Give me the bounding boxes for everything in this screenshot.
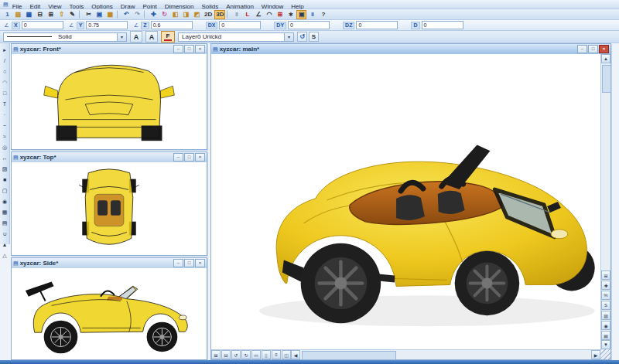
minimize-button[interactable]: – <box>173 259 183 267</box>
separator[interactable] <box>144 10 147 19</box>
angle-icon[interactable]: ∠ <box>253 10 263 19</box>
minimize-button[interactable]: – <box>577 45 587 53</box>
close-button[interactable]: × <box>195 153 205 162</box>
scroll-down-button[interactable]: ▼ <box>601 340 610 349</box>
viewport-top-titlebar[interactable]: ▤ xyzcar: Top* – □ × <box>12 152 207 163</box>
chevron-down-icon[interactable]: ▾ <box>284 33 293 41</box>
spin-view-icon[interactable]: S <box>601 301 610 310</box>
hatch-tool-icon[interactable]: ▨ <box>0 164 10 174</box>
maximize-button[interactable]: □ <box>184 259 194 267</box>
vp-cols-icon[interactable]: ◫ <box>282 350 291 359</box>
circle-tool-icon[interactable]: ○ <box>0 66 10 77</box>
vp-list-icon[interactable]: ≡ <box>272 350 281 359</box>
grid-icon[interactable]: ⊞ <box>275 10 285 19</box>
erase-tool-icon[interactable]: ▢ <box>0 185 10 196</box>
viewport-main-titlebar[interactable]: ▤ xyzcar: main* – □ × <box>211 44 610 55</box>
pan-view-icon[interactable]: ✚ <box>601 281 610 290</box>
dimension-tool-icon[interactable]: ↔ <box>0 153 10 163</box>
line-style-dropdown[interactable]: Solid ▾ <box>3 32 127 42</box>
text-tool-icon[interactable]: T <box>0 99 10 109</box>
coord-input[interactable]: 0.75 <box>86 21 128 29</box>
vp-pane-icon[interactable]: ▭ <box>251 350 261 359</box>
mode-3d-button[interactable]: 3D <box>214 10 225 19</box>
separator[interactable] <box>79 10 82 19</box>
separator[interactable] <box>227 10 230 19</box>
viewport-front-titlebar[interactable]: ▤ xyzcar: Front* – □ × <box>12 44 207 55</box>
snap-icon[interactable]: ∗ <box>286 10 296 19</box>
polyline-tool-icon[interactable]: ~ <box>0 121 10 131</box>
close-button[interactable]: × <box>599 45 609 53</box>
main-vertical-scrollbar[interactable]: ▲ ⊞✚%S▨◉▤ ▼ <box>600 54 610 349</box>
shade-view-icon[interactable]: ▨ <box>601 311 610 320</box>
maximize-button[interactable]: □ <box>588 45 598 53</box>
scroll-left-button[interactable]: ◀ <box>291 350 300 359</box>
guides-icon[interactable]: ‖ <box>231 10 241 19</box>
chevron-down-icon[interactable]: ▾ <box>117 33 126 41</box>
open-file-icon[interactable]: ▨ <box>13 10 23 19</box>
vp-split-1-icon[interactable]: ⊞ <box>211 350 221 359</box>
vp-rotate-r-icon[interactable]: ↻ <box>241 350 251 359</box>
info-bars-icon[interactable]: ‖ <box>307 10 317 19</box>
ellipse-tool-icon[interactable]: ◎ <box>0 142 10 152</box>
viewport-canvas-top[interactable] <box>12 162 207 255</box>
main-horizontal-scrollbar[interactable]: ⊞⊟↺↻▭▯≡◫ ◀ ▶ <box>211 349 600 359</box>
fill-tool-icon[interactable]: ■ <box>0 175 10 185</box>
horizontal-scroll-track[interactable] <box>300 350 591 359</box>
viewport-side-titlebar[interactable]: ▤ xyzcar: Side* – □ × <box>12 258 207 269</box>
redo-icon[interactable]: ↷ <box>132 10 142 19</box>
move-icon[interactable]: ✚ <box>149 10 159 19</box>
minimize-button[interactable]: – <box>173 153 183 162</box>
save-icon[interactable]: ▦ <box>24 10 34 19</box>
measure-tool-icon[interactable]: △ <box>0 250 10 260</box>
view-top-icon[interactable]: ◩ <box>192 10 202 19</box>
view-side-icon[interactable]: ◨ <box>181 10 191 19</box>
close-button[interactable]: × <box>195 45 205 53</box>
close-button[interactable]: × <box>195 259 205 267</box>
mode-2d-button[interactable]: 2D <box>203 10 214 19</box>
zoom-tool-icon[interactable]: ◉ <box>0 196 10 206</box>
spline-tool-icon[interactable]: ≈ <box>0 131 10 141</box>
axis-l-icon[interactable]: L <box>242 10 252 19</box>
new-file-icon[interactable]: 1 <box>2 10 12 19</box>
coord-input[interactable]: 0 <box>356 21 398 29</box>
coord-input[interactable]: 0 <box>422 21 463 29</box>
font-color-button[interactable]: F <box>161 31 175 43</box>
snap-s-icon[interactable]: S <box>309 32 319 42</box>
calc-tool-icon[interactable]: ▦ <box>0 207 10 217</box>
viewport-canvas-main[interactable] <box>211 54 600 349</box>
pen-settings-icon[interactable]: ✎ <box>67 10 77 19</box>
minimize-button[interactable]: – <box>173 45 183 53</box>
coord-input[interactable]: 0 <box>22 21 63 29</box>
font-smaller-button[interactable]: A <box>130 31 142 43</box>
zoom-percent-icon[interactable]: % <box>601 291 610 300</box>
magnet-tool-icon[interactable]: ∪ <box>0 229 10 239</box>
render-icon[interactable]: ▣ <box>296 10 306 19</box>
print-preview-icon[interactable]: ⊞ <box>46 10 56 19</box>
import-icon[interactable]: ⇧ <box>56 10 67 19</box>
font-larger-button[interactable]: A <box>145 31 158 43</box>
resize-gripper[interactable] <box>600 349 610 359</box>
refresh-icon[interactable]: ↺ <box>297 32 307 42</box>
arc-icon[interactable]: ◠ <box>264 10 274 19</box>
viewport-canvas-front[interactable] <box>12 54 207 149</box>
maximize-button[interactable]: □ <box>184 153 194 162</box>
horizontal-scroll-thumb[interactable] <box>302 351 396 360</box>
coord-input[interactable]: 0.6 <box>151 21 193 29</box>
copy-icon[interactable]: ▣ <box>94 10 104 19</box>
scroll-right-button[interactable]: ▶ <box>591 350 600 359</box>
layers-tool-icon[interactable]: ▤ <box>0 218 10 228</box>
point-tool-icon[interactable]: · <box>0 110 10 120</box>
coord-input[interactable]: 0 <box>219 21 261 29</box>
scroll-up-button[interactable]: ▲ <box>601 54 610 63</box>
viewport-canvas-side[interactable] <box>12 268 207 359</box>
vp-page-icon[interactable]: ▯ <box>262 350 271 359</box>
coord-input[interactable]: 0 <box>288 21 330 29</box>
cut-icon[interactable]: ✂ <box>84 10 94 19</box>
line-tool-icon[interactable]: / <box>0 56 10 66</box>
maximize-button[interactable]: □ <box>184 45 194 53</box>
separator[interactable] <box>117 10 120 19</box>
rotate-icon[interactable]: ↻ <box>159 10 169 19</box>
context-help-icon[interactable]: ? <box>318 10 328 19</box>
vertical-scroll-track[interactable] <box>601 63 610 270</box>
layer-view-icon[interactable]: ▤ <box>601 331 610 340</box>
